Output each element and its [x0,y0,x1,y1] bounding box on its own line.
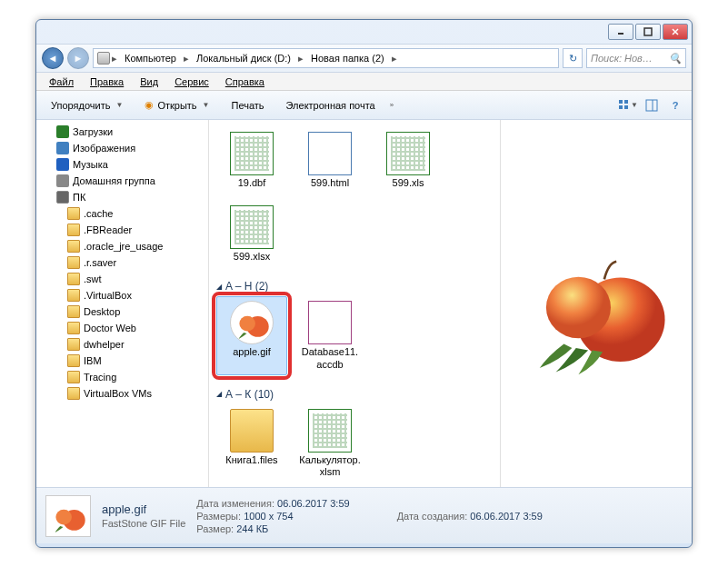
tree-item-label: Загрузки [73,126,113,137]
preview-pane [501,120,692,487]
crumb-1[interactable]: Локальный диск (D:) [191,53,296,64]
tree-item-label: .r.saver [84,257,116,268]
folder-icon [67,338,80,351]
folder-icon [67,305,80,318]
forward-button[interactable]: ► [67,47,89,69]
crumb-2[interactable]: Новая папка (2) [305,53,390,64]
organize-button[interactable]: Упорядочить▼ [42,96,132,114]
preview-image [515,231,677,376]
tree-item[interactable]: .oracle_jre_usage [36,238,208,254]
folder-icon [230,409,274,453]
file-item[interactable]: Книга1.files [216,404,287,482]
menu-view[interactable]: Вид [133,75,165,89]
view-mode-button[interactable]: ▼ [617,95,639,115]
tree-item[interactable]: Музыка [36,156,208,173]
file-label: 19.dbf [238,177,266,189]
xls-icon [230,205,274,249]
file-item[interactable]: 599.xlsx [216,201,287,267]
maximize-button[interactable] [635,24,661,40]
tree-item[interactable]: Загрузки [36,124,208,140]
tree-item-label: .swt [84,274,102,284]
tree-item[interactable]: Изображения [36,140,208,156]
search-input[interactable]: Поиск: Нов…🔍 [586,48,686,68]
tree-item-label: Домашняя группа [73,175,155,186]
folder-icon [67,207,80,220]
computer-icon [97,52,110,65]
menu-help[interactable]: Справка [218,75,272,89]
file-item[interactable]: 599.html [294,127,365,194]
folder-icon [67,322,80,334]
titlebar [36,20,692,44]
tree-item-label: Desktop [84,306,120,317]
tree-item[interactable]: .FBReader [36,222,208,238]
file-item[interactable]: Database11.accdb [294,296,365,374]
help-button[interactable]: ? [664,95,686,115]
tree-item[interactable]: .VirtualBox [36,287,208,303]
xls-icon [230,132,274,175]
file-item[interactable]: 599.xls [373,127,444,194]
file-item[interactable]: 19.dbf [216,127,287,194]
file-list[interactable]: 19.dbf599.html599.xls599.xlsx◢ A – H (2)… [209,120,501,487]
tree-item-label: Doctor Web [84,323,136,333]
file-label: apple.gif [233,346,271,358]
tree-item[interactable]: .r.saver [36,254,208,271]
file-label: 599.xls [393,177,424,189]
file-item[interactable]: apple.gif [216,296,287,374]
menu-tools[interactable]: Сервис [167,75,216,89]
html-icon [308,132,352,175]
tree-item[interactable]: Домашняя группа [36,173,208,189]
minimize-button[interactable] [608,24,633,40]
folder-icon [67,289,80,302]
tree-item[interactable]: .swt [36,271,208,287]
tree-item[interactable]: VirtualBox VMs [36,385,208,402]
tree-item[interactable]: Tracing [36,369,208,385]
tree-item[interactable]: IBM [36,353,208,369]
refresh-button[interactable]: ↻ [563,48,583,68]
tree-item-label: .FBReader [84,224,132,235]
svg-rect-4 [619,100,623,104]
explorer-window: ◄ ► ▸ Компьютер▸ Локальный диск (D:)▸ Но… [35,19,693,548]
crumb-0[interactable]: Компьютер [119,53,182,64]
svg-rect-6 [619,105,623,109]
menu-file[interactable]: Файл [42,75,81,89]
svg-rect-8 [646,100,657,111]
open-button[interactable]: ◉Открыть▼ [135,95,218,114]
homegroup-icon [56,174,69,187]
group-header[interactable]: ◢ А – К (10) [216,384,493,404]
music-icon [56,158,69,171]
details-thumbnail [45,495,91,537]
folder-icon [67,273,80,285]
nav-tree[interactable]: ЗагрузкиИзображенияМузыкаДомашняя группа… [36,120,209,487]
tree-item-label: .cache [84,208,113,219]
tree-item[interactable]: Desktop [36,303,208,320]
file-label: Калькулятор.xlsm [299,454,361,478]
group-header[interactable]: ◢ A – H (2) [216,276,493,296]
tree-item-label: Tracing [84,372,116,383]
svg-rect-7 [624,105,628,109]
email-button[interactable]: Электронная почта [277,96,384,114]
toolbar: Упорядочить▼ ◉Открыть▼ Печать Электронна… [36,91,692,120]
svg-point-13 [546,277,611,339]
file-label: Книга1.files [225,454,277,466]
file-label: 599.html [311,177,349,189]
xls-icon [386,132,430,175]
folder-icon [67,256,80,269]
tree-item-label: Музыка [73,159,108,170]
file-item[interactable]: Калькулятор.xlsm [294,404,365,482]
menu-edit[interactable]: Правка [83,75,131,89]
back-button[interactable]: ◄ [42,47,64,69]
folder-icon [67,354,80,367]
tree-item-label: ПК [73,192,85,203]
navbar: ◄ ► ▸ Компьютер▸ Локальный диск (D:)▸ Но… [36,44,692,73]
tree-item[interactable]: ПК [36,189,208,205]
breadcrumb[interactable]: ▸ Компьютер▸ Локальный диск (D:)▸ Новая … [93,48,559,68]
tree-item-label: .oracle_jre_usage [84,241,163,252]
print-button[interactable]: Печать [223,96,274,114]
tree-item[interactable]: Doctor Web [36,320,208,336]
more-button[interactable]: » [390,101,394,109]
tree-item[interactable]: dwhelper [36,336,208,353]
preview-pane-button[interactable] [641,95,663,115]
close-button[interactable] [663,24,688,40]
tree-item[interactable]: .cache [36,205,208,222]
file-label: Database11.accdb [299,346,361,370]
